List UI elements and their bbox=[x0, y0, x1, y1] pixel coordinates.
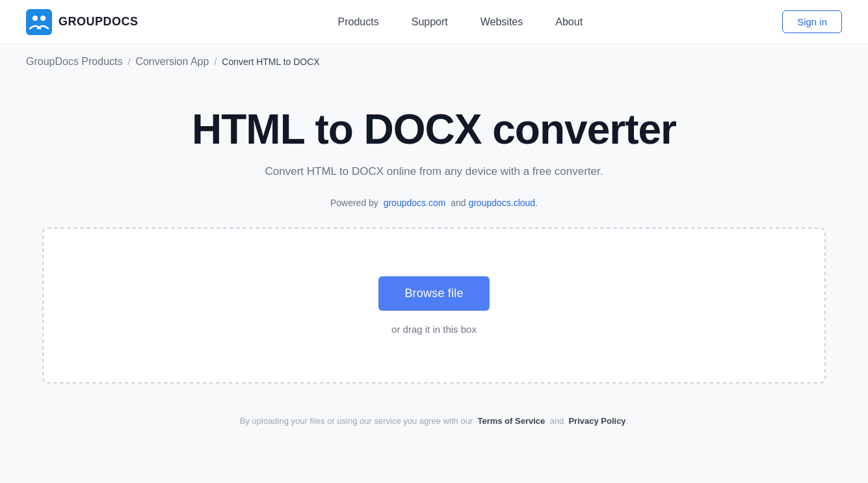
terms-of-service-link[interactable]: Terms of Service bbox=[477, 416, 545, 426]
browse-file-button[interactable]: Browse file bbox=[378, 276, 489, 311]
footer-note: By uploading your files or using our ser… bbox=[0, 403, 868, 439]
groupdocs-logo-icon bbox=[26, 9, 52, 35]
page-title: HTML to DOCX converter bbox=[192, 105, 676, 153]
breadcrumb-conversion-app[interactable]: Conversion App bbox=[135, 56, 209, 68]
footer-note-suffix: . bbox=[626, 416, 629, 426]
file-drop-zone[interactable]: Browse file or drag it in this box bbox=[42, 228, 826, 384]
drag-text: or drag it in this box bbox=[391, 324, 477, 335]
groupdocs-cloud-link[interactable]: groupdocs.cloud bbox=[468, 198, 535, 208]
svg-point-2 bbox=[40, 16, 46, 21]
header: GROUPDOCS Products Support Websites Abou… bbox=[0, 0, 868, 44]
powered-by-and: and bbox=[451, 198, 466, 208]
powered-by-period: . bbox=[535, 198, 538, 208]
svg-point-1 bbox=[33, 16, 38, 21]
powered-by-text: Powered by bbox=[330, 198, 378, 208]
nav-support[interactable]: Support bbox=[412, 16, 448, 28]
page-subtitle: Convert HTML to DOCX online from any dev… bbox=[265, 165, 603, 178]
main-nav: Products Support Websites About bbox=[338, 16, 583, 28]
breadcrumb-groupdocs-products[interactable]: GroupDocs Products bbox=[26, 56, 123, 68]
footer-note-prefix: By uploading your files or using our ser… bbox=[240, 416, 473, 426]
svg-rect-0 bbox=[26, 9, 52, 35]
breadcrumb-separator-1: / bbox=[128, 57, 131, 67]
privacy-policy-link[interactable]: Privacy Policy bbox=[568, 416, 625, 426]
groupdocs-com-link[interactable]: groupdocs.com bbox=[384, 198, 446, 208]
sign-in-button[interactable]: Sign in bbox=[782, 10, 842, 33]
powered-by: Powered by groupdocs.com and groupdocs.c… bbox=[330, 198, 538, 208]
nav-products[interactable]: Products bbox=[338, 16, 379, 28]
nav-websites[interactable]: Websites bbox=[480, 16, 523, 28]
breadcrumb-separator-2: / bbox=[214, 57, 217, 67]
main-content: HTML to DOCX converter Convert HTML to D… bbox=[0, 79, 868, 403]
logo-link[interactable]: GROUPDOCS bbox=[26, 9, 138, 35]
nav-about[interactable]: About bbox=[555, 16, 583, 28]
logo-text: GROUPDOCS bbox=[59, 15, 138, 29]
footer-note-and: and bbox=[549, 416, 564, 426]
breadcrumb: GroupDocs Products / Conversion App / Co… bbox=[0, 44, 868, 79]
breadcrumb-current: Convert HTML to DOCX bbox=[222, 57, 319, 67]
